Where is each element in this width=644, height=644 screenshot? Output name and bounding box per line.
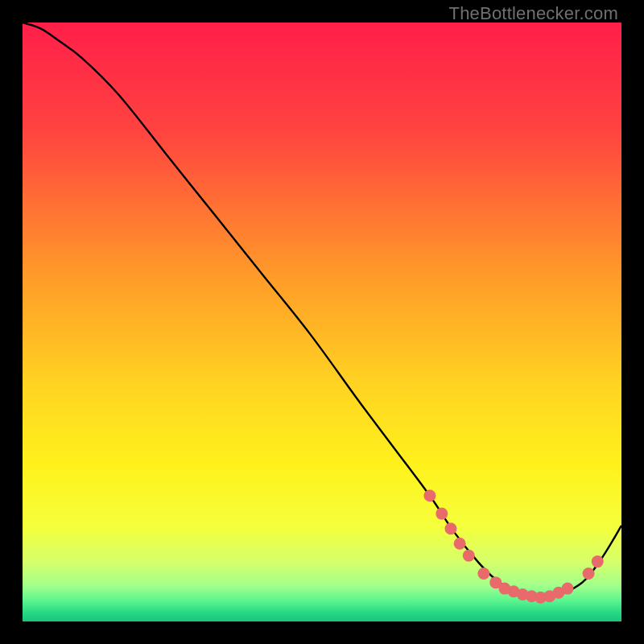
data-point	[423, 489, 436, 502]
data-point	[583, 568, 595, 580]
bottleneck-chart	[23, 23, 621, 621]
data-point	[444, 522, 456, 535]
data-point	[562, 583, 574, 595]
data-point	[592, 555, 604, 568]
data-point	[454, 538, 466, 550]
data-point	[436, 508, 448, 520]
data-point	[463, 550, 475, 562]
chart-frame	[23, 23, 621, 621]
data-point	[477, 568, 489, 580]
gradient-background	[23, 23, 621, 621]
watermark-text: TheBottlenecker.com	[449, 3, 618, 24]
